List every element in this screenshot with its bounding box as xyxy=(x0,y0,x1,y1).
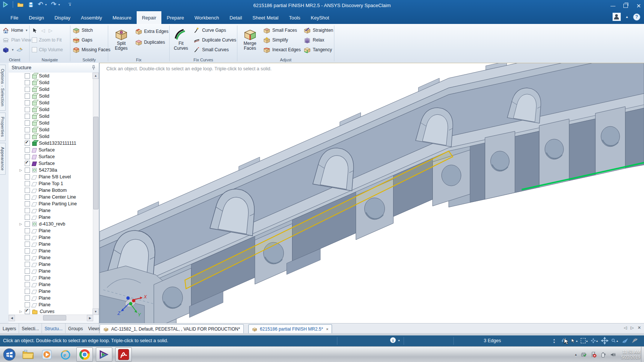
clip-volume-checkbox[interactable]: Clip Volume xyxy=(32,46,69,54)
ribbon-tab[interactable]: Tools xyxy=(284,11,306,24)
tree-item-checkbox[interactable] xyxy=(25,168,30,173)
plan-view-button[interactable]: Plan View xyxy=(2,36,28,44)
viewport[interactable]: Click an object. Double-click to select … xyxy=(99,63,644,323)
file-explorer-icon[interactable] xyxy=(20,348,36,361)
tab-close-icon[interactable]: × xyxy=(326,327,328,331)
tree-item[interactable]: ▷ Plane Parting Line xyxy=(9,200,93,207)
inexact-edges-button[interactable]: Inexact Edges xyxy=(263,46,301,54)
expand-icon[interactable]: ▷ xyxy=(18,222,23,226)
tree-item[interactable]: ▷ Solid xyxy=(9,79,93,86)
ribbon-tab[interactable]: Workbench xyxy=(189,11,225,24)
tree-item[interactable]: ▷ Solid xyxy=(9,126,93,133)
expand-icon[interactable]: ▷ xyxy=(18,310,23,313)
tree-item[interactable]: ▷ Plane xyxy=(9,234,93,241)
tree-item[interactable]: ▷ Plane xyxy=(9,295,93,301)
home-dropdown-icon[interactable]: ▼ xyxy=(25,29,28,32)
tab-scroll-left-icon[interactable]: ◁ xyxy=(624,325,627,330)
missing-faces-button[interactable]: Missing Faces xyxy=(73,46,107,54)
internet-explorer-icon[interactable]: e xyxy=(58,348,73,361)
tree-item-checkbox[interactable] xyxy=(25,120,30,126)
tree-item[interactable]: ▷ Plane Center Line xyxy=(9,194,93,200)
tree-item-checkbox[interactable] xyxy=(25,134,30,139)
account-icon[interactable] xyxy=(613,13,621,21)
box-select-icon[interactable]: ▲ xyxy=(581,337,588,345)
ribbon-tab[interactable]: Measure xyxy=(107,11,137,24)
tree-vertical-scrollbar[interactable]: ▲ ▼ xyxy=(93,73,99,315)
ribbon-tab[interactable]: File xyxy=(5,11,24,24)
tree-item-checkbox[interactable] xyxy=(25,248,30,254)
duplicate-curves-button[interactable]: Duplicate Curves xyxy=(193,36,236,44)
tree-item[interactable]: ▷ Plane xyxy=(9,207,93,214)
tree-item[interactable]: ▷ Solid xyxy=(9,113,93,120)
show-desktop-button[interactable] xyxy=(641,347,644,362)
tree-item[interactable]: ▷ Surface xyxy=(9,153,93,160)
side-panel-tab[interactable]: Appearance xyxy=(0,143,6,175)
document-tab[interactable]: 6215186 partial FINISH MR2.5* × xyxy=(248,324,332,334)
scroll-right-icon[interactable]: ▶ xyxy=(87,315,93,321)
tree-item[interactable]: ▷ Solid xyxy=(9,133,93,140)
home-button[interactable]: Home▼ xyxy=(2,26,28,34)
minimize-button[interactable]: — xyxy=(610,3,615,8)
ribbon-tab[interactable]: Design xyxy=(24,11,49,24)
next-view-icon[interactable] xyxy=(631,337,639,345)
curve-gaps-button[interactable]: Curve Gaps xyxy=(193,26,236,34)
tree-item-checkbox[interactable] xyxy=(25,208,30,213)
tree-item-checkbox[interactable] xyxy=(25,141,30,146)
scroll-down-icon[interactable]: ▼ xyxy=(92,309,99,315)
tree-item-checkbox[interactable] xyxy=(25,201,30,206)
tree-item[interactable]: ▷ Plane xyxy=(9,254,93,261)
tree-item-checkbox[interactable] xyxy=(25,174,30,180)
side-panel-tab[interactable]: Properties xyxy=(0,113,6,141)
tree-item-checkbox[interactable] xyxy=(25,275,30,280)
show-hidden-icons[interactable]: ▲ xyxy=(574,353,577,356)
tree-item-checkbox[interactable] xyxy=(25,73,30,79)
tree-item-checkbox[interactable] xyxy=(25,93,30,99)
tree-item[interactable]: ▷ Plane xyxy=(9,288,93,295)
restore-button[interactable] xyxy=(623,4,628,8)
orbit-icon[interactable]: ▲ xyxy=(591,337,598,345)
tree-item-checkbox[interactable] xyxy=(25,181,30,186)
small-curves-button[interactable]: Small Curves xyxy=(193,46,236,54)
gaps-button[interactable]: Gaps xyxy=(73,36,107,44)
device-status-icon[interactable] xyxy=(581,352,587,358)
ribbon-tab[interactable]: Sheet Metal xyxy=(247,11,283,24)
tree-item[interactable]: ▷ Plane xyxy=(9,241,93,248)
tab-close-all-icon[interactable]: ✕ xyxy=(638,325,641,330)
tree-item-checkbox[interactable] xyxy=(25,255,30,260)
tree-item-checkbox[interactable] xyxy=(25,221,30,227)
tree-item-checkbox[interactable] xyxy=(25,127,30,132)
info-expand-icon[interactable]: ▲ xyxy=(398,339,400,341)
tree-item[interactable]: ▷ Plane xyxy=(9,274,93,281)
tree-item[interactable]: ▷ Plane xyxy=(9,301,93,308)
pan-icon[interactable] xyxy=(601,337,608,345)
straighten-button[interactable]: Straighten xyxy=(304,26,333,34)
panel-tab[interactable]: Selecti... xyxy=(19,323,42,334)
tree-item-checkbox[interactable] xyxy=(25,107,30,112)
select-tool-icon[interactable]: ▲ xyxy=(571,337,578,345)
tree-item-checkbox[interactable] xyxy=(25,194,30,200)
tree-item[interactable]: ▷ Plane xyxy=(9,214,93,221)
tree-item[interactable]: ▷ Surface xyxy=(9,160,93,167)
split-edges-button[interactable]: Split Edges xyxy=(110,28,132,56)
tree-item-checkbox[interactable] xyxy=(25,302,30,307)
ribbon-tab[interactable]: Display xyxy=(49,11,76,24)
tree-item-checkbox[interactable] xyxy=(25,188,30,193)
zoom-to-fit-checkbox[interactable]: Zoom to Fit xyxy=(32,36,69,44)
tree-item[interactable]: ▷ Curves xyxy=(9,308,93,315)
action-center-icon[interactable] xyxy=(590,352,597,358)
document-tab[interactable]: AC-11582_1, Default, PEDESTAL, , VALID F… xyxy=(100,324,244,334)
ribbon-tab[interactable]: Assembly xyxy=(76,11,107,24)
tree-item-checkbox[interactable] xyxy=(25,147,30,153)
tab-scroll-right-icon[interactable]: ▷ xyxy=(631,325,634,330)
tree-item[interactable]: ▷ Plane xyxy=(9,268,93,274)
sketch-mode-icon[interactable] xyxy=(16,46,23,53)
tree-item-checkbox[interactable] xyxy=(25,87,30,92)
navigate-back-icon[interactable]: ◁ xyxy=(41,28,45,33)
chrome-icon[interactable] xyxy=(76,347,93,362)
collapse-ribbon-icon[interactable]: ▲ xyxy=(625,15,629,19)
tree-item-checkbox[interactable] xyxy=(25,289,30,294)
tangency-button[interactable]: Tangency xyxy=(304,46,333,54)
duplicates-button[interactable]: Duplicates xyxy=(135,38,168,46)
tree-item[interactable]: ▷ Plane xyxy=(9,248,93,254)
tree-item-checkbox[interactable] xyxy=(25,235,30,240)
